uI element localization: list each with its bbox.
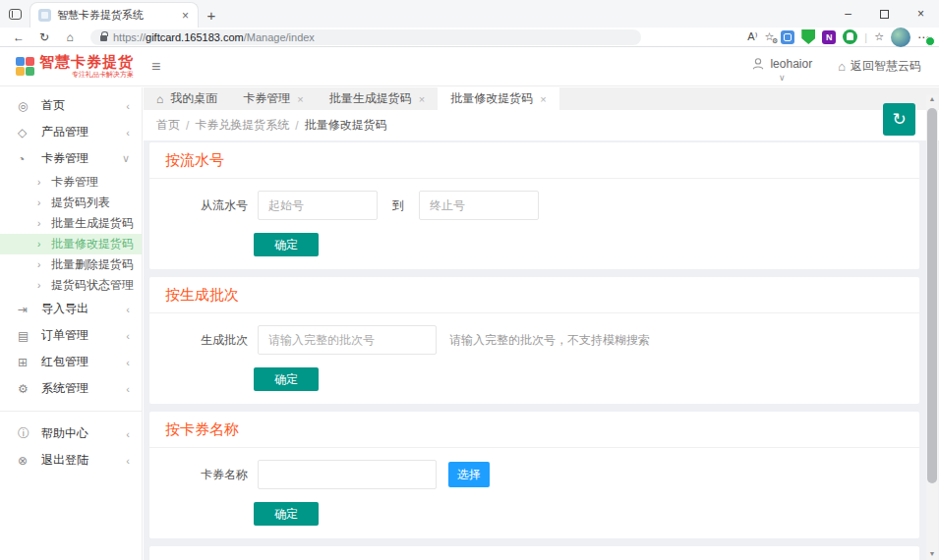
sidebar-sub-coupon-manage[interactable]: › 卡券管理 (0, 172, 142, 193)
return-cloud-link[interactable]: ⌂ 返回智慧云码 (838, 58, 921, 75)
browser-window: 智慧卡券提货系统 × + – × ← ↻ ⌂ https://giftcard.… (0, 0, 939, 560)
workspaces-icon[interactable] (0, 0, 29, 28)
scroll-down-icon[interactable]: ▼ (926, 550, 938, 557)
sidebar-divider (0, 411, 142, 412)
section-by-serial: 按流水号 从流水号 到 确定 (149, 142, 919, 269)
profile-avatar[interactable] (891, 28, 910, 47)
page-scrollbar[interactable]: ▲ ▼ (926, 94, 938, 560)
chevron-left-icon: ‹ (126, 428, 130, 440)
section-by-batch: 按生成批次 生成批次 请输入完整的批次号，不支持模糊搜索 确定 (149, 277, 919, 404)
reload-icon[interactable]: ↻ (31, 30, 57, 44)
favorites-icon[interactable]: ☆ (764, 30, 774, 43)
tab-batch-modify[interactable]: 批量修改提货码 × (438, 87, 558, 110)
address-bar[interactable]: https://giftcard.165183.com/Manage/index (90, 29, 641, 45)
import-export-icon: ⇥ (18, 303, 33, 316)
window-controls: – × (830, 0, 939, 28)
sidebar-sub-batch-generate[interactable]: › 批量生成提货码 (0, 213, 142, 234)
extension-shield-icon[interactable] (801, 29, 815, 44)
lock-icon (100, 35, 107, 41)
browser-tab-title: 智慧卡券提货系统 (57, 8, 173, 23)
section-title: 按生成批次 (165, 285, 904, 305)
sidebar: ◎ 首页 ‹ ◇ 产品管理 ‹ ◔ 卡券管理 ∨ › 卡券管理 › 提货码列表 … (0, 87, 143, 560)
restore-button[interactable] (866, 0, 903, 28)
confirm-button[interactable]: 确定 (254, 502, 319, 526)
chevron-left-icon: ‹ (126, 383, 130, 395)
sidebar-sub-code-list[interactable]: › 提货码列表 (0, 193, 142, 213)
app-logo[interactable]: 智慧卡券提货 专注礼品卡解决方案 (16, 54, 138, 79)
chevron-down-icon: ∨ (122, 152, 130, 165)
username: leohaior (770, 57, 812, 71)
home-icon: ⌂ (156, 92, 163, 106)
user-icon (751, 57, 765, 71)
to-label: 到 (392, 197, 404, 214)
breadcrumb-home[interactable]: 首页 (156, 117, 180, 134)
sidebar-sub-code-status[interactable]: › 提货码状态管理 (0, 275, 142, 296)
order-icon: ▤ (18, 329, 33, 343)
scroll-area: 按流水号 从流水号 到 确定 按生成批次 生成批次 请输入完整的批次号，不支持模… (144, 140, 925, 560)
coupon-name-label: 卡券名称 (165, 467, 248, 483)
main-content: ⌂ 我的桌面 卡券管理 × 批量生成提货码 × 批量修改提货码 × 首页 / 卡… (144, 87, 939, 560)
arrow-right-icon: › (37, 177, 51, 188)
tab-batch-generate[interactable]: 批量生成提货码 × (317, 87, 438, 110)
arrow-right-icon: › (37, 280, 51, 291)
new-tab-button[interactable]: + (199, 2, 224, 28)
user-menu[interactable]: leohaior ∨ (751, 57, 812, 77)
scrollbar-thumb[interactable] (927, 108, 937, 483)
logo-subtitle: 专注礼品卡解决方案 (39, 70, 134, 79)
home-circle-icon: ◎ (18, 99, 33, 113)
serial-from-label: 从流水号 (165, 197, 248, 214)
read-aloud-icon[interactable]: A⁾ (747, 30, 757, 43)
batch-input[interactable] (258, 325, 437, 355)
sidebar-item-help[interactable]: ⓘ 帮助中心 ‹ (0, 420, 142, 447)
sidebar-item-orders[interactable]: ▤ 订单管理 ‹ (0, 322, 142, 349)
refresh-button[interactable]: ↻ (883, 103, 915, 136)
serial-end-input[interactable] (419, 191, 539, 220)
close-icon[interactable]: × (540, 93, 546, 105)
sidebar-sub-batch-modify[interactable]: › 批量修改提货码 (0, 234, 142, 254)
sidebar-item-products[interactable]: ◇ 产品管理 ‹ (0, 119, 142, 145)
browser-tab[interactable]: 智慧卡券提货系统 × (29, 2, 199, 28)
breadcrumb: 首页 / 卡券兑换提货系统 / 批量修改提货码 (144, 110, 939, 140)
tab-coupon-manage[interactable]: 卡券管理 × (230, 87, 316, 110)
logo-icon (16, 57, 35, 77)
coupon-icon: ◔ (18, 152, 33, 166)
info-icon: ⓘ (18, 425, 33, 442)
home-outline-icon: ⌂ (838, 59, 846, 74)
sidebar-item-red-packet[interactable]: ⊞ 红包管理 ‹ (0, 349, 142, 375)
coupon-name-input[interactable] (258, 460, 437, 489)
confirm-button[interactable]: 确定 (254, 367, 319, 391)
sidebar-item-home[interactable]: ◎ 首页 ‹ (0, 92, 142, 119)
tab-close-icon[interactable]: × (179, 9, 192, 23)
site-favicon-icon (38, 9, 51, 22)
select-button[interactable]: 选择 (448, 462, 490, 487)
tab-my-desktop[interactable]: ⌂ 我的桌面 (144, 87, 230, 110)
close-icon[interactable]: × (419, 93, 425, 105)
restore-icon (880, 10, 889, 19)
favorites-star-icon[interactable]: ☆ (874, 30, 884, 43)
minimize-button[interactable]: – (830, 0, 866, 28)
home-icon[interactable]: ⌂ (57, 30, 83, 44)
section-title: 按流水号 (165, 150, 904, 170)
sidebar-sub-batch-delete[interactable]: › 批量删除提货码 (0, 254, 142, 275)
sidebar-item-system[interactable]: ⚙ 系统管理 ‹ (0, 375, 142, 402)
sidebar-item-import-export[interactable]: ⇥ 导入导出 ‹ (0, 296, 142, 322)
breadcrumb-system[interactable]: 卡券兑换提货系统 (195, 117, 289, 134)
confirm-button[interactable]: 确定 (254, 233, 319, 256)
extension-adblock-icon[interactable] (843, 29, 857, 44)
close-button[interactable]: × (903, 0, 939, 28)
divider (149, 447, 919, 448)
serial-start-input[interactable] (258, 191, 378, 220)
extension-onenote-icon[interactable]: N (822, 30, 836, 44)
menu-toggle-icon[interactable]: ≡ (151, 58, 160, 76)
close-icon[interactable]: × (297, 93, 303, 105)
gear-icon: ⚙ (18, 382, 33, 396)
url-text: https://giftcard.165183.com/Manage/index (113, 31, 315, 43)
toolbar-separator: | (864, 31, 867, 43)
back-icon[interactable]: ← (6, 30, 31, 44)
more-menu-icon[interactable]: ⋯ (917, 30, 933, 44)
chevron-left-icon: ‹ (126, 357, 130, 368)
sidebar-item-logout[interactable]: ⊗ 退出登陆 ‹ (0, 447, 142, 474)
extension-collections-icon[interactable] (781, 30, 794, 44)
sidebar-item-coupons[interactable]: ◔ 卡券管理 ∨ (0, 145, 142, 172)
scroll-up-icon[interactable]: ▲ (926, 95, 938, 102)
